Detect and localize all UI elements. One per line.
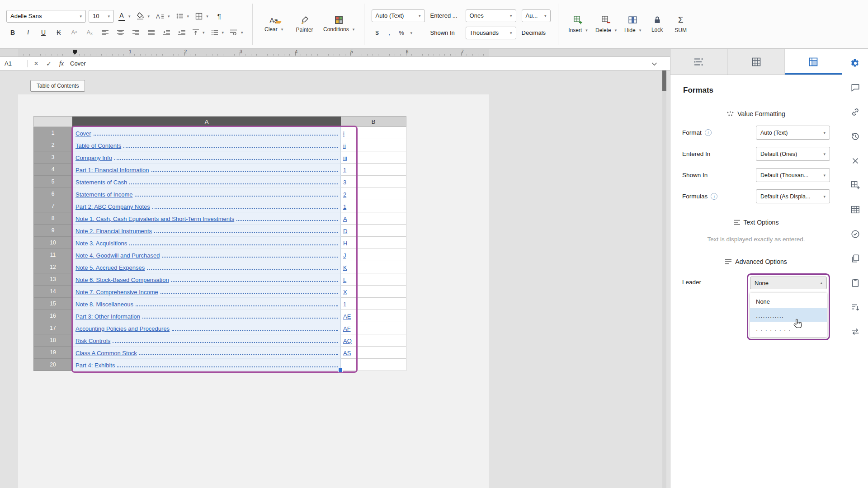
table-row[interactable]: 4Part 1: Financial Information1 — [33, 164, 406, 176]
toc-link[interactable]: Note 8. Miscellaneous — [75, 302, 133, 307]
table-row[interactable]: 18Risk ControlsAQ — [33, 334, 406, 347]
accept-icon[interactable]: ✓ — [45, 60, 53, 67]
superscript-button[interactable]: Aˣ — [68, 26, 80, 39]
strikethrough-button[interactable]: K — [52, 26, 65, 39]
table-row[interactable]: 14Note 7. Comprehensive IncomeX — [33, 286, 406, 298]
font-family-select[interactable]: Adelle Sans ▾ — [6, 10, 86, 23]
toc-title-cell[interactable]: Cover — [72, 127, 341, 139]
decimals-select[interactable]: Au... ▾ — [522, 9, 551, 22]
toc-title-cell[interactable]: Part 4: Exhibits — [72, 359, 341, 371]
page-number-link[interactable]: D — [343, 229, 347, 234]
fill-handle[interactable] — [338, 368, 343, 372]
table-row[interactable]: 9Note 2. Financial InstrumentsD — [33, 225, 406, 237]
scrollbar-thumb[interactable] — [662, 70, 666, 91]
toc-link[interactable]: Note 1. Cash, Cash Equivalents and Short… — [75, 216, 234, 222]
tab-formats[interactable] — [785, 49, 842, 75]
fill-color-button[interactable]: ▾ — [135, 10, 152, 23]
list-options-button[interactable]: ▾ — [209, 26, 226, 39]
copies-button[interactable] — [850, 253, 860, 263]
toc-title-cell[interactable]: Table of Contents — [72, 139, 341, 151]
wrap-text-button[interactable]: ▾ — [228, 26, 245, 39]
text-style-button[interactable]: A ▾ — [154, 10, 172, 23]
page-number-link[interactable]: K — [343, 265, 347, 271]
delete-button[interactable]: Delete▾ — [594, 3, 619, 46]
toc-title-cell[interactable]: Note 8. Miscellaneous — [72, 298, 341, 310]
page-number-link[interactable]: AQ — [343, 338, 352, 344]
table-row[interactable]: 20Part 4: Exhibits — [33, 359, 406, 371]
tab-properties[interactable] — [728, 49, 785, 75]
align-left-button[interactable] — [99, 26, 111, 39]
sum-button[interactable]: Σ SUM — [670, 3, 691, 46]
decrease-indent-button[interactable] — [160, 26, 173, 39]
row-header[interactable]: 19 — [33, 347, 72, 359]
page-number-link[interactable]: AS — [343, 351, 351, 356]
toc-title-cell[interactable]: Company Info — [72, 151, 341, 164]
row-header[interactable]: 15 — [33, 298, 72, 310]
row-header[interactable]: 9 — [33, 225, 72, 237]
table-row[interactable]: 13Note 6. Stock-Based CompensationL — [33, 273, 406, 286]
cell-reference-box[interactable]: A1 — [5, 60, 23, 67]
leader-option[interactable]: ............ — [750, 308, 827, 322]
sort-filter-button[interactable] — [850, 302, 860, 312]
page-number-cell[interactable]: L — [341, 273, 406, 286]
column-header-a[interactable]: A — [72, 116, 341, 127]
subscript-button[interactable]: Aₓ — [83, 26, 96, 39]
toc-title-cell[interactable]: Note 5. Accrued Expenses — [72, 261, 341, 273]
page-number-link[interactable]: AE — [343, 314, 351, 319]
table-row[interactable]: 11Note 4. Goodwill and PurchasedJ — [33, 249, 406, 261]
toc-title-cell[interactable]: Class A Common Stock — [72, 347, 341, 359]
info-icon[interactable]: i — [711, 193, 717, 200]
formulas-select[interactable]: Default (As Displa... ▾ — [756, 189, 830, 203]
cancel-icon[interactable]: × — [32, 60, 40, 68]
shown-in-field-select[interactable]: Default (Thousan... ▾ — [756, 168, 830, 182]
page-number-link[interactable]: iii — [343, 155, 347, 161]
align-justify-button[interactable] — [145, 26, 157, 39]
shown-in-select[interactable]: Thousands ▾ — [466, 27, 516, 39]
table-row[interactable]: 7Part 2: ABC Company Notes1 — [33, 200, 406, 212]
row-header[interactable]: 12 — [33, 261, 72, 273]
row-header[interactable]: 17 — [33, 322, 72, 334]
table-row[interactable]: 2Table of Contentsii — [33, 139, 406, 151]
page-number-link[interactable]: A — [343, 216, 347, 222]
toc-title-cell[interactable]: Note 7. Comprehensive Income — [72, 286, 341, 298]
clipboard-button[interactable] — [850, 277, 860, 288]
percent-button[interactable]: % — [396, 27, 407, 38]
page-number-link[interactable]: i — [343, 131, 344, 136]
entered-in-select[interactable]: Ones ▾ — [466, 9, 516, 22]
row-header[interactable]: 6 — [33, 188, 72, 200]
toc-link[interactable]: Table of Contents — [75, 143, 121, 149]
toc-title-cell[interactable]: Part 3: Other Information — [72, 310, 341, 322]
toc-title-cell[interactable]: Part 2: ABC Company Notes — [72, 200, 341, 212]
row-header[interactable]: 4 — [33, 164, 72, 176]
vertical-align-button[interactable]: ▾ — [191, 26, 207, 39]
toc-link[interactable]: Statements of Cash — [75, 180, 127, 185]
page-number-cell[interactable]: 3 — [341, 176, 406, 188]
table-row[interactable]: 15Note 8. Miscellaneous1 — [33, 298, 406, 310]
page-number-link[interactable]: L — [343, 277, 346, 283]
toc-title-cell[interactable]: Statements of Income — [72, 188, 341, 200]
row-header[interactable]: 7 — [33, 200, 72, 212]
font-color-button[interactable]: A ▾ — [117, 10, 132, 23]
page-number-cell[interactable]: K — [341, 261, 406, 273]
page-number-cell[interactable]: AQ — [341, 334, 406, 347]
history-button[interactable] — [850, 131, 860, 141]
table-row[interactable]: 12Note 5. Accrued ExpensesK — [33, 261, 406, 273]
align-center-button[interactable] — [114, 26, 127, 39]
page-number-link[interactable]: ii — [343, 143, 346, 149]
toc-title-cell[interactable]: Note 6. Stock-Based Compensation — [72, 273, 341, 286]
page-number-link[interactable]: X — [343, 290, 347, 295]
page-number-cell[interactable]: H — [341, 237, 406, 249]
toc-link[interactable]: Cover — [75, 131, 91, 136]
insert-table-button[interactable] — [850, 180, 860, 190]
entered-in-field-select[interactable]: Default (Ones) ▾ — [756, 147, 830, 161]
page-number-cell[interactable]: 2 — [341, 188, 406, 200]
page-number-cell[interactable]: ii — [341, 139, 406, 151]
table-row[interactable]: 1Coveri — [33, 127, 406, 139]
lock-button[interactable]: Lock — [647, 3, 668, 46]
page-number-cell[interactable]: J — [341, 249, 406, 261]
table-row[interactable]: 16Part 3: Other InformationAE — [33, 310, 406, 322]
tab-outline[interactable] — [670, 49, 728, 75]
clear-button[interactable]: Aa Clear▾ — [260, 3, 288, 46]
currency-button[interactable]: $ — [372, 27, 383, 38]
page-number-cell[interactable]: X — [341, 286, 406, 298]
